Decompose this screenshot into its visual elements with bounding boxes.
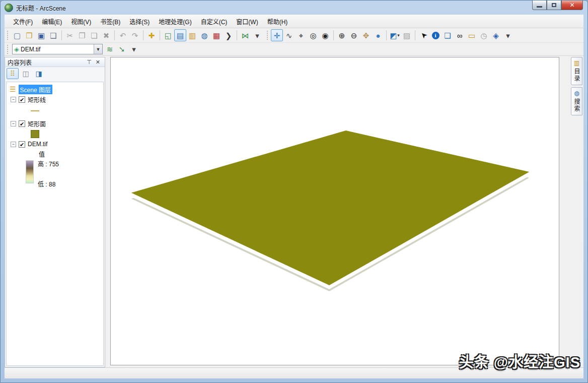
scene-viewport[interactable] — [110, 57, 559, 365]
menu-item-file[interactable]: 文件(F) — [9, 15, 37, 28]
watermark-text: 头条 @水经注GIS — [459, 350, 580, 371]
html-popup-icon: ❏ — [444, 32, 451, 39]
identify-button[interactable]: i — [429, 29, 442, 41]
panel-splitter[interactable] — [105, 57, 110, 367]
list-by-source-icon: ◫ — [22, 70, 29, 78]
legend-field-label: 值 — [7, 149, 103, 158]
menu-item-geoprocessing[interactable]: 地理处理(G) — [154, 15, 196, 28]
list-by-drawing-order-icon: ⠿ — [10, 70, 15, 78]
list-by-visibility-icon: ◨ — [35, 70, 42, 78]
print-button[interactable]: ❑ — [47, 29, 59, 41]
panel-close-icon[interactable]: ✕ — [94, 59, 102, 66]
search-tab[interactable]: ◍ 搜索 — [571, 87, 582, 115]
center-on-target-icon: ⌖ — [299, 32, 303, 39]
redo-button: ↷ — [129, 29, 141, 41]
copy-icon: ❐ — [79, 32, 85, 39]
table-of-contents-button[interactable]: ▤ — [174, 29, 186, 41]
layer-checkbox[interactable]: ✔ — [19, 141, 25, 148]
model-builder-button[interactable]: ⋈ — [239, 29, 251, 41]
list-by-visibility-button[interactable]: ◨ — [33, 68, 45, 79]
menu-item-windows[interactable]: 窗口(W) — [232, 15, 262, 28]
menu-item-edit[interactable]: 编辑(E) — [37, 15, 66, 28]
find-button[interactable]: ∞ — [454, 29, 466, 41]
center-on-target-button[interactable]: ⌖ — [295, 29, 307, 41]
select-features-button[interactable]: ◩▾ — [389, 29, 401, 41]
menu-bar: 文件(F)编辑(E)视图(V)书签(B)选择(S)地理处理(G)自定义(C)窗口… — [5, 15, 583, 28]
fill-symbol[interactable] — [31, 130, 39, 138]
toolbar-separator — [386, 30, 387, 40]
html-popup-button[interactable]: ❏ — [442, 29, 454, 41]
measure-button[interactable]: ▭ — [466, 29, 478, 41]
scene-layers-icon: ☰ — [10, 85, 16, 93]
zoom-to-target-button[interactable]: ◎ — [307, 29, 319, 41]
restore-button[interactable] — [547, 1, 561, 10]
delete-icon: ✖ — [103, 32, 110, 39]
navigate-button[interactable]: ✛ — [271, 29, 283, 41]
collapse-icon[interactable]: − — [11, 121, 16, 126]
zoom-out-icon: ⊖ — [351, 32, 357, 39]
set-observer-button[interactable]: ◉ — [319, 29, 331, 41]
create-contour-button[interactable]: ≋ — [104, 43, 116, 55]
search-window-button[interactable]: ◍ — [198, 29, 210, 41]
menu-item-selection[interactable]: 选择(S) — [125, 15, 154, 28]
menu-item-view[interactable]: 视图(V) — [66, 15, 96, 28]
toolbar-separator — [61, 30, 62, 40]
save-button[interactable]: ▣ — [35, 29, 47, 41]
menu-item-help[interactable]: 帮助(H) — [263, 15, 292, 28]
collapse-icon[interactable]: − — [11, 97, 16, 102]
collapse-icon[interactable]: − — [11, 142, 16, 147]
python-window-icon: ❯ — [226, 32, 232, 39]
view-settings-button[interactable]: ◈ — [490, 29, 502, 41]
cut-icon: ✂ — [67, 32, 74, 39]
tree-item-rect-line[interactable]: − ✔ 矩形线 — [7, 94, 103, 104]
paste-icon: ❏ — [91, 32, 97, 39]
analyst-toolbar-overflow-button[interactable]: ▾ — [128, 43, 140, 55]
pin-icon[interactable]: ⊤ — [85, 59, 94, 66]
create-steepest-path-button[interactable]: ➘ — [116, 43, 128, 55]
set-observer-icon: ◉ — [322, 32, 328, 39]
toolbar-separator — [333, 30, 334, 40]
select-elements-button[interactable]: ➤ — [417, 29, 429, 41]
layer-checkbox[interactable]: ✔ — [19, 96, 25, 103]
new-document-button[interactable]: ▢ — [11, 29, 23, 41]
python-window-button[interactable]: ❯ — [223, 29, 235, 41]
dem-surface-3d[interactable] — [111, 57, 559, 365]
pan-button[interactable]: ✥ — [360, 29, 372, 41]
chevron-down-icon[interactable]: ▾ — [397, 33, 400, 38]
add-data-button[interactable]: ✚ — [145, 29, 158, 41]
layer-combo-dropdown-button[interactable]: ▼ — [94, 44, 102, 54]
zoom-in-button[interactable]: ⊕ — [336, 29, 348, 41]
list-by-drawing-order-button[interactable]: ⠿ — [7, 68, 19, 79]
menu-item-customize[interactable]: 自定义(C) — [196, 15, 232, 28]
full-extent-button[interactable]: ● — [372, 29, 384, 41]
arctoolbox-button[interactable]: ▦ — [210, 29, 223, 41]
layer-checkbox[interactable]: ✔ — [19, 120, 25, 127]
tree-item-scene-layers[interactable]: ☰ Scene 图层 — [7, 84, 103, 94]
zoom-in-icon: ⊕ — [339, 32, 345, 39]
catalog-window-button[interactable]: ▥ — [186, 29, 198, 41]
layer-combo[interactable]: ◈ DEM.tif ▼ — [12, 44, 103, 54]
close-button[interactable]: ✕ — [561, 1, 583, 10]
layer-label: 矩形面 — [28, 119, 46, 128]
open-folder-icon: ❒ — [26, 32, 32, 39]
toolbar-grip[interactable] — [7, 45, 10, 54]
analyst-toolbar-overflow-icon: ▾ — [132, 45, 136, 53]
toolbar-grip[interactable] — [7, 31, 10, 40]
open-folder-button[interactable]: ❒ — [23, 29, 35, 41]
standard-toolbar-overflow-button[interactable]: ▾ — [251, 29, 263, 41]
arcmap-button[interactable]: ◱ — [162, 29, 174, 41]
list-by-source-button[interactable]: ◫ — [20, 68, 32, 79]
zoom-out-button[interactable]: ⊖ — [348, 29, 360, 41]
tree-item-dem[interactable]: − ✔ DEM.tif — [7, 139, 103, 149]
title-bar[interactable]: 无标题 - ArcScene ✕ — [1, 1, 587, 15]
tree-item-rect-polygon[interactable]: − ✔ 矩形面 — [7, 118, 103, 129]
toolbar-grip[interactable] — [267, 31, 269, 40]
menu-item-bookmarks[interactable]: 书签(B) — [96, 15, 125, 28]
layer-combo-value: DEM.tif — [21, 46, 94, 53]
catalog-tab[interactable]: ▥ 目录 — [571, 57, 582, 85]
tools-toolbar-overflow-button[interactable]: ▾ — [502, 29, 514, 41]
minimize-button[interactable] — [532, 1, 547, 10]
standard-toolbar: ▢❒▣❑✂❐❏✖↶↷✚◱▤▥◍▦❯⋈▾ — [5, 28, 264, 42]
fly-icon: ∿ — [286, 32, 292, 39]
fly-button[interactable]: ∿ — [283, 29, 295, 41]
